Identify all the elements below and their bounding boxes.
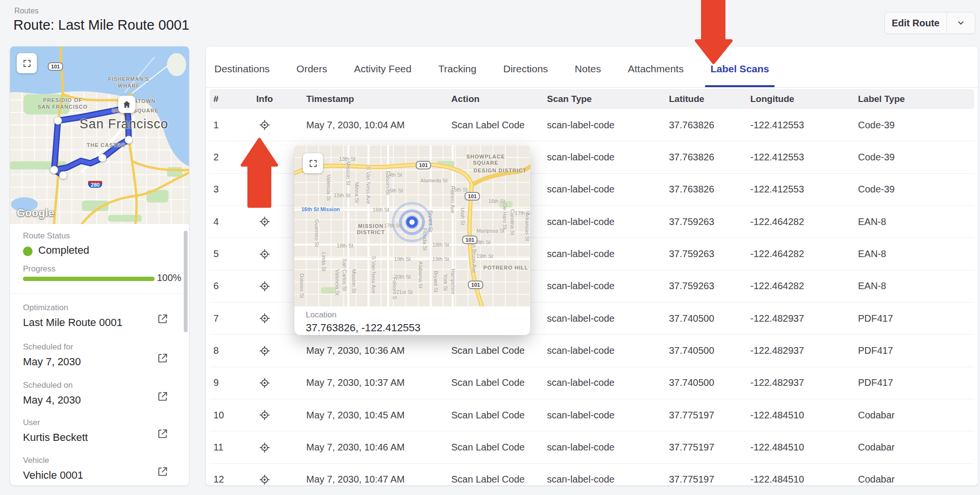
map-fullscreen-button[interactable]: [303, 153, 323, 173]
row-info-button[interactable]: [256, 149, 273, 166]
external-link-icon: [156, 428, 169, 440]
table-row: 12May 7, 2030, 10:47 AMScan Label Codesc…: [210, 464, 974, 485]
sidebar-scrollbar[interactable]: [184, 231, 188, 332]
cell-lng: -122.484510: [741, 474, 848, 485]
cell-scan: scan-label-code: [537, 410, 659, 421]
fullscreen-icon: [309, 159, 318, 168]
tab-destinations[interactable]: Destinations: [213, 63, 271, 87]
row-info-button[interactable]: [256, 472, 273, 485]
field-label-3: User: [23, 418, 40, 428]
field-label-0: Optimization: [23, 303, 68, 313]
cell-num: 3: [210, 184, 238, 195]
cell-type: PDF417: [848, 377, 974, 388]
cell-ts: May 7, 2030, 10:37 AM: [291, 377, 442, 388]
cell-scan: scan-label-code: [537, 184, 659, 195]
map-graphics: [10, 46, 189, 224]
tab-activity-feed[interactable]: Activity Feed: [353, 63, 412, 87]
map-fullscreen-button[interactable]: [17, 53, 37, 73]
cell-type: EAN-8: [848, 281, 974, 292]
open-link-button[interactable]: [156, 352, 169, 364]
row-info-button[interactable]: [256, 407, 273, 423]
tab-notes[interactable]: Notes: [574, 63, 602, 87]
open-link-button[interactable]: [156, 313, 169, 325]
cell-lat: 37.759263: [659, 248, 741, 259]
field-label-2: Scheduled on: [23, 381, 73, 390]
cell-scan: scan-label-code: [537, 442, 659, 453]
cell-scan: scan-label-code: [537, 313, 659, 324]
field-label-4: Vehicle: [23, 456, 49, 465]
fullscreen-icon: [22, 59, 32, 68]
row-info-button[interactable]: [256, 246, 273, 262]
gps-crosshair-icon: [259, 119, 270, 131]
edit-route-menu-button[interactable]: [947, 12, 975, 34]
cell-num: 8: [210, 345, 238, 356]
row-info-button[interactable]: [256, 278, 273, 294]
cell-type: EAN-8: [848, 248, 974, 259]
progress-bar-fill: [23, 277, 155, 281]
cell-num: 10: [210, 410, 238, 421]
gps-crosshair-icon: [259, 474, 270, 485]
cell-scan: scan-label-code: [537, 120, 659, 131]
progress-percent: 100%: [157, 272, 181, 283]
tab-attachments[interactable]: Attachments: [627, 63, 685, 87]
cell-lng: -122.484510: [741, 410, 848, 421]
cell-lat: 37.763826: [659, 152, 741, 163]
cell-scan: scan-label-code: [537, 281, 659, 292]
cell-scan: scan-label-code: [537, 377, 659, 388]
breadcrumb[interactable]: Routes: [14, 7, 39, 15]
cell-lng: -122.482937: [741, 313, 848, 324]
cell-num: 4: [210, 216, 238, 227]
table-row: 8May 7, 2030, 10:36 AMScan Label Codesca…: [210, 335, 974, 367]
route-waypoint: [50, 166, 58, 174]
column-header-info: Info: [238, 94, 291, 104]
cell-ts: May 7, 2030, 10:47 AM: [291, 474, 442, 485]
gps-crosshair-icon: [259, 313, 270, 324]
edit-route-split-button[interactable]: Edit Route: [884, 12, 975, 34]
gps-crosshair-icon: [259, 152, 270, 163]
tab-directions[interactable]: Directions: [502, 63, 549, 87]
cell-lat: 37.759263: [659, 281, 741, 292]
tab-label-scans[interactable]: Label Scans: [710, 63, 770, 87]
row-info-button[interactable]: [256, 181, 273, 198]
row-info-button[interactable]: [256, 439, 273, 456]
cell-action: Scan Label Code: [442, 377, 537, 388]
row-info-button[interactable]: [256, 375, 273, 391]
cell-info: [238, 375, 291, 391]
table-row: 11May 7, 2030, 10:46 AMScan Label Codesc…: [210, 431, 974, 463]
cell-info: [238, 472, 291, 485]
cell-num: 5: [210, 248, 238, 259]
column-header-ts: Timestamp: [291, 94, 442, 104]
cell-num: 11: [210, 442, 238, 453]
cell-num: 12: [210, 474, 238, 485]
row-info-button[interactable]: [256, 117, 273, 133]
open-link-button[interactable]: [156, 390, 169, 403]
open-link-button[interactable]: [156, 428, 169, 440]
gps-crosshair-icon: [259, 184, 270, 195]
route-overview-map[interactable]: FISHERMAN'SWHARFPRESIDIO OFSAN FRANCISCO…: [10, 46, 189, 224]
gps-crosshair-icon: [259, 216, 270, 227]
cell-lat: 37.740500: [659, 345, 741, 356]
depot-home-marker[interactable]: [118, 96, 135, 113]
column-header-action: Action: [442, 94, 537, 104]
row-info-button[interactable]: [256, 310, 273, 326]
row-info-button[interactable]: [256, 214, 273, 230]
tab-tracking[interactable]: Tracking: [437, 63, 478, 87]
gps-crosshair-icon: [259, 248, 270, 260]
cell-scan: scan-label-code: [537, 345, 659, 356]
cell-lng: -122.464282: [741, 281, 848, 292]
tab-orders[interactable]: Orders: [296, 63, 328, 87]
cell-lat: 37.740500: [659, 377, 741, 388]
row-info-button[interactable]: [256, 343, 273, 359]
cell-scan: scan-label-code: [537, 474, 659, 485]
cell-type: EAN-8: [848, 216, 974, 227]
cell-info: [238, 214, 291, 230]
progress-label: Progress: [23, 264, 56, 274]
cell-scan: scan-label-code: [537, 248, 659, 259]
cell-lat: 37.763826: [659, 184, 741, 195]
scan-location-map[interactable]: 13th St14th StAlameda St15th St15th St15…: [294, 145, 530, 306]
cell-lng: -122.412553: [741, 152, 848, 163]
cell-action: Scan Label Code: [442, 474, 537, 485]
edit-route-button[interactable]: Edit Route: [885, 12, 947, 34]
table-header: #InfoTimestampActionScan TypeLatitudeLon…: [210, 89, 974, 109]
open-link-button[interactable]: [156, 465, 169, 478]
